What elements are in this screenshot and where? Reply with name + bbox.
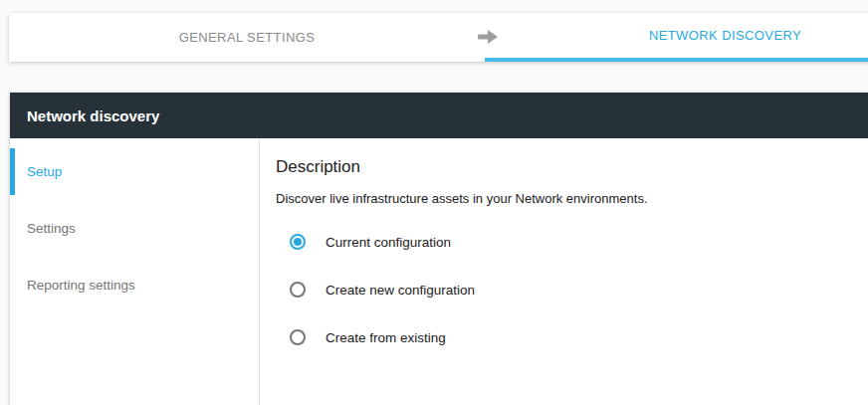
description-text: Discover live infrastructure assets in y… [276, 191, 848, 206]
arrow-right-icon [478, 30, 498, 44]
radio-unselected-icon[interactable] [290, 329, 306, 345]
description-heading: Description [276, 157, 848, 177]
tab-general-settings[interactable]: GENERAL SETTINGS [9, 13, 485, 62]
radio-label: Create new configuration [326, 283, 475, 298]
radio-option-current-configuration[interactable]: Current configuration [290, 232, 848, 252]
panel-header: Network discovery [10, 93, 868, 138]
radio-option-create-new-configuration[interactable]: Create new configuration [290, 280, 848, 300]
radio-label: Current configuration [326, 235, 451, 250]
setup-content: Description Discover live infrastructure… [260, 138, 868, 405]
wizard-step-bar: GENERAL SETTINGS NETWORK DISCOVERY [9, 13, 868, 62]
configuration-radio-group: Current configuration Create new configu… [290, 232, 848, 347]
sidebar: Setup Settings Reporting settings [10, 138, 260, 405]
panel-body: Setup Settings Reporting settings Descri… [10, 138, 868, 405]
radio-unselected-icon[interactable] [290, 282, 306, 298]
radio-selected-icon[interactable] [290, 234, 306, 250]
panel-title: Network discovery [27, 107, 159, 124]
sidebar-item-setup[interactable]: Setup [10, 148, 259, 195]
tab-network-discovery[interactable]: NETWORK DISCOVERY [485, 13, 868, 62]
network-discovery-panel: Network discovery Setup Settings Reporti… [10, 93, 868, 405]
sidebar-item-reporting-settings[interactable]: Reporting settings [10, 262, 259, 308]
sidebar-item-settings[interactable]: Settings [10, 205, 259, 252]
radio-option-create-from-existing[interactable]: Create from existing [290, 327, 848, 347]
radio-label: Create from existing [326, 330, 446, 345]
